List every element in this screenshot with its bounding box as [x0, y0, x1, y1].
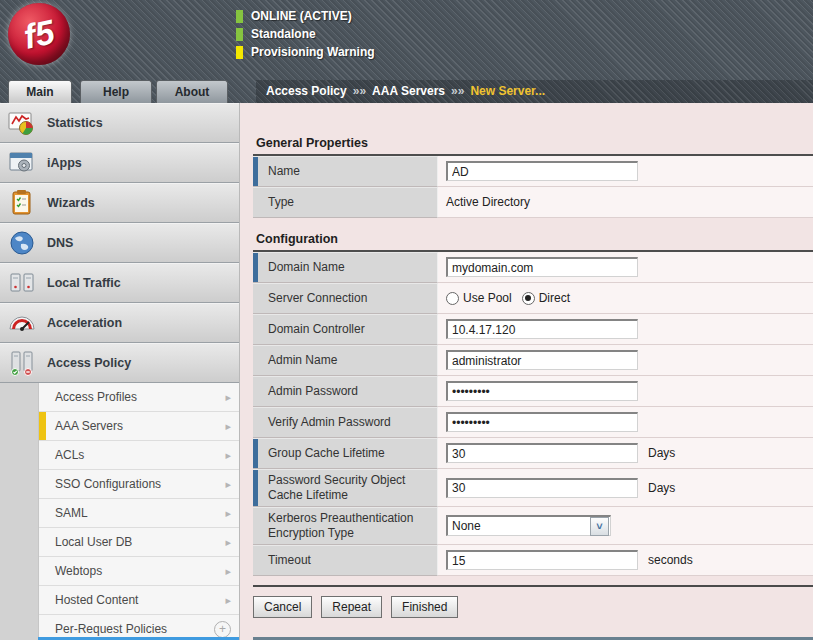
sidebar-item-wizards[interactable]: Wizards [0, 183, 239, 223]
field-label-type: Type [253, 187, 438, 218]
radio-direct[interactable] [522, 292, 535, 305]
breadcrumb-separator: »» [353, 84, 366, 98]
sidebar-subitem-saml[interactable]: SAML ▸ [39, 499, 239, 528]
radio-use-pool[interactable] [446, 292, 459, 305]
form-row-admin-name: Admin Name [253, 345, 813, 376]
verify-admin-password-input[interactable] [446, 412, 638, 432]
field-value-server-connection: Use PoolDirect [438, 283, 813, 314]
field-label-text: Verify Admin Password [268, 415, 391, 430]
timeout-input[interactable] [446, 550, 638, 570]
main-content: General PropertiesNameTypeActive Directo… [240, 103, 813, 640]
section-title: General Properties [253, 136, 813, 156]
domain-name-input[interactable] [446, 257, 638, 277]
field-label-text: Timeout [268, 553, 311, 568]
cancel-button[interactable]: Cancel [253, 596, 312, 618]
name-input[interactable] [446, 161, 638, 181]
sidebar-item-statistics[interactable]: Statistics [0, 103, 239, 143]
access-policy-submenu: Access Profiles ▸ AAA Servers ▸ ACLs ▸ S… [38, 383, 239, 640]
status-label: Standalone [251, 27, 316, 41]
access-policy-icon [7, 348, 37, 378]
field-label-text: Server Connection [268, 291, 367, 306]
sidebar-subitem-label: Per-Request Policies [55, 622, 214, 636]
chevron-right-icon: ▸ [225, 449, 231, 462]
chevron-right-icon: ▸ [225, 565, 231, 578]
form-row-domain-name: Domain Name [253, 252, 813, 283]
field-value-domain-name [438, 252, 813, 283]
field-label-text: Admin Name [268, 353, 337, 368]
sidebar-subitem-access-profiles[interactable]: Access Profiles ▸ [39, 383, 239, 412]
sidebar-item-dns[interactable]: DNS [0, 223, 239, 263]
admin-name-input[interactable] [446, 350, 638, 370]
chevron-right-icon: ▸ [225, 391, 231, 404]
form-row-domain-controller: Domain Controller [253, 314, 813, 345]
tab-help[interactable]: Help [80, 80, 152, 103]
sidebar-subitem-hosted-content[interactable]: Hosted Content ▸ [39, 586, 239, 615]
domain-controller-input[interactable] [446, 319, 638, 339]
unit-label: seconds [648, 553, 693, 567]
sidebar-item-access-policy[interactable]: Access Policy [0, 343, 239, 383]
tab-main[interactable]: Main [8, 80, 72, 103]
field-label-name: Name [253, 156, 438, 187]
chevron-right-icon: ▸ [225, 594, 231, 607]
field-label-text: Kerberos Preauthentication Encryption Ty… [268, 511, 431, 541]
breadcrumb-current: New Server... [470, 84, 545, 98]
radio-label-direct: Direct [539, 291, 570, 305]
sidebar-subitem-label: Access Profiles [55, 390, 225, 404]
wizards-icon [7, 188, 37, 218]
field-label-text: Domain Controller [268, 322, 365, 337]
form-row-server-connection: Server ConnectionUse PoolDirect [253, 283, 813, 314]
group-cache-lifetime-input[interactable] [446, 443, 638, 463]
radio-label-use-pool: Use Pool [463, 291, 512, 305]
iapps-icon [7, 148, 37, 178]
kerberos-preauthentication-encryption-type-select[interactable]: None˅ [446, 515, 611, 536]
field-label-text: Admin Password [268, 384, 358, 399]
form-row-group-cache-lifetime: Group Cache LifetimeDays [253, 438, 813, 469]
field-label-kerberos-preauthentication-encryption-type: Kerberos Preauthentication Encryption Ty… [253, 507, 438, 545]
field-label-text: Name [268, 164, 300, 179]
sidebar-item-local-traffic[interactable]: Local Traffic [0, 263, 239, 303]
sidebar-item-label: Access Policy [47, 356, 131, 370]
breadcrumb-link-access-policy[interactable]: Access Policy [266, 84, 347, 98]
form-row-type: TypeActive Directory [253, 187, 813, 218]
type-value: Active Directory [446, 195, 530, 209]
repeat-button[interactable]: Repeat [321, 596, 382, 618]
field-label-verify-admin-password: Verify Admin Password [253, 407, 438, 438]
sidebar-subitem-sso-configurations[interactable]: SSO Configurations ▸ [39, 470, 239, 499]
sidebar-subitem-webtops[interactable]: Webtops ▸ [39, 557, 239, 586]
sidebar-item-iapps[interactable]: iApps [0, 143, 239, 183]
sidebar-subitem-label: ACLs [55, 448, 225, 462]
field-value-kerberos-preauthentication-encryption-type: None˅ [438, 507, 813, 545]
sidebar-subitem-acls[interactable]: ACLs ▸ [39, 441, 239, 470]
form-row-verify-admin-password: Verify Admin Password [253, 407, 813, 438]
password-security-object-cache-lifetime-input[interactable] [446, 478, 638, 498]
device-status-list: ONLINE (ACTIVE) Standalone Provisioning … [236, 7, 375, 61]
tab-about[interactable]: About [156, 80, 228, 103]
admin-password-input[interactable] [446, 381, 638, 401]
sidebar-subitem-aaa-servers[interactable]: AAA Servers ▸ [39, 412, 239, 441]
finished-button[interactable]: Finished [391, 596, 458, 618]
sidebar-item-label: Wizards [47, 196, 95, 210]
sidebar-item-acceleration[interactable]: Acceleration [0, 303, 239, 343]
statistics-icon [7, 108, 37, 138]
select-selected-value: None [448, 519, 590, 533]
form-row-admin-password: Admin Password [253, 376, 813, 407]
chevron-right-icon: ▸ [225, 478, 231, 491]
form-row-kerberos-preauthentication-encryption-type: Kerberos Preauthentication Encryption Ty… [253, 507, 813, 545]
sidebar-subitem-label: AAA Servers [55, 419, 225, 433]
sidebar-item-label: DNS [47, 236, 73, 250]
circle-plus-icon[interactable]: + [214, 621, 231, 638]
sidebar-subitem-local-user-db[interactable]: Local User DB ▸ [39, 528, 239, 557]
unit-label: Days [648, 481, 675, 495]
new-server-form: General PropertiesNameTypeActive Directo… [253, 136, 813, 576]
f5-logo-text: f5 [20, 12, 58, 56]
sidebar-item-label: iApps [47, 156, 82, 170]
sidebar-subitem-label: SAML [55, 506, 225, 520]
field-label-password-security-object-cache-lifetime: Password Security Object Cache Lifetime [253, 469, 438, 507]
breadcrumb-link-aaa-servers[interactable]: AAA Servers [372, 84, 445, 98]
local-traffic-icon [7, 268, 37, 298]
field-label-timeout: Timeout [253, 545, 438, 576]
acceleration-icon [7, 308, 37, 338]
chevron-down-icon[interactable]: ˅ [590, 517, 609, 536]
form-footer-divider [253, 585, 813, 587]
field-value-type: Active Directory [438, 187, 813, 218]
